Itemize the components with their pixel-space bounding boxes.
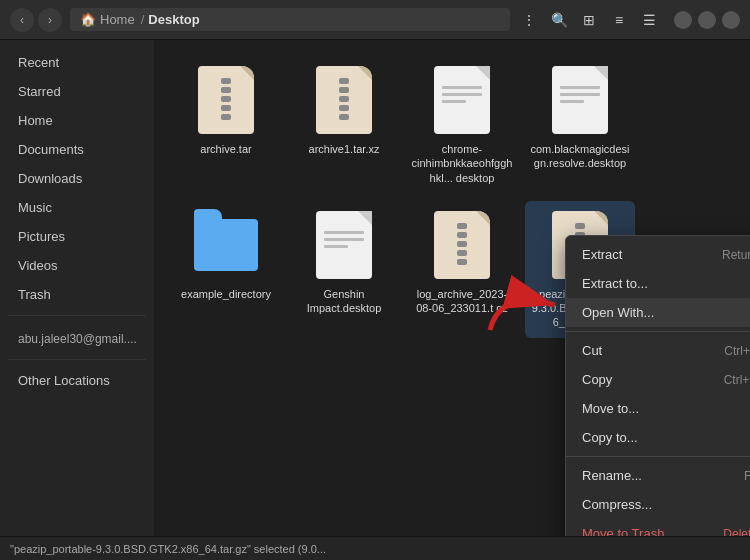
file-icon-archive1 bbox=[312, 64, 376, 136]
forward-button[interactable]: › bbox=[38, 8, 62, 32]
file-label: Genshin Impact.desktop bbox=[293, 287, 395, 316]
sort-icon[interactable]: ≡ bbox=[608, 9, 630, 31]
titlebar-actions: ⋮ 🔍 ⊞ ≡ ☰ bbox=[518, 9, 660, 31]
titlebar: ‹ › 🏠 Home / Desktop ⋮ 🔍 ⊞ ≡ ☰ – □ × bbox=[0, 0, 750, 40]
sidebar-item-trash[interactable]: Trash bbox=[4, 281, 150, 308]
ctx-label: Move to... bbox=[582, 401, 639, 416]
ctx-label: Copy bbox=[582, 372, 612, 387]
context-arrow bbox=[480, 270, 570, 340]
breadcrumb-separator: / bbox=[141, 12, 145, 27]
file-item-archive-tar[interactable]: archive.tar bbox=[171, 56, 281, 193]
statusbar-text: "peazip_portable-9.3.0.BSD.GTK2.x86_64.t… bbox=[10, 543, 326, 555]
ctx-shortcut: Return bbox=[722, 248, 750, 262]
context-menu: Extract Return Extract to... Open With..… bbox=[565, 235, 750, 536]
main-layout: Recent Starred Home Documents Downloads … bbox=[0, 40, 750, 536]
file-label: archive1.tar.xz bbox=[309, 142, 380, 156]
ctx-label: Cut bbox=[582, 343, 602, 358]
maximize-button[interactable]: □ bbox=[698, 11, 716, 29]
statusbar: "peazip_portable-9.3.0.BSD.GTK2.x86_64.t… bbox=[0, 536, 750, 560]
file-item-archive1-tar-xz[interactable]: archive1.tar.xz bbox=[289, 56, 399, 193]
menu-icon[interactable]: ☰ bbox=[638, 9, 660, 31]
file-item-blackmagic[interactable]: com.blackmagicdesign.resolve.desktop bbox=[525, 56, 635, 193]
ctx-shortcut: Delete bbox=[723, 527, 750, 537]
sidebar-item-pictures[interactable]: Pictures bbox=[4, 223, 150, 250]
ctx-copy[interactable]: Copy Ctrl+C bbox=[566, 365, 750, 394]
nav-buttons: ‹ › bbox=[10, 8, 62, 32]
file-label: com.blackmagicdesign.resolve.desktop bbox=[529, 142, 631, 171]
minimize-button[interactable]: – bbox=[674, 11, 692, 29]
ctx-label: Extract to... bbox=[582, 276, 648, 291]
ctx-shortcut: Ctrl+C bbox=[724, 373, 750, 387]
ctx-label: Move to Trash bbox=[582, 526, 664, 536]
ctx-label: Rename... bbox=[582, 468, 642, 483]
window-controls: – □ × bbox=[674, 11, 740, 29]
search-icon[interactable]: 🔍 bbox=[548, 9, 570, 31]
ctx-cut[interactable]: Cut Ctrl+X bbox=[566, 336, 750, 365]
sidebar-item-home[interactable]: Home bbox=[4, 107, 150, 134]
sidebar-item-videos[interactable]: Videos bbox=[4, 252, 150, 279]
ctx-move-to[interactable]: Move to... bbox=[566, 394, 750, 423]
ctx-extract[interactable]: Extract Return bbox=[566, 240, 750, 269]
ctx-label: Open With... bbox=[582, 305, 654, 320]
sidebar-divider-2 bbox=[8, 359, 146, 360]
sidebar-item-recent[interactable]: Recent bbox=[4, 49, 150, 76]
file-item-example-dir[interactable]: example_directory bbox=[171, 201, 281, 338]
ctx-label: Extract bbox=[582, 247, 622, 262]
ctx-divider-2 bbox=[566, 456, 750, 457]
file-label: example_directory bbox=[181, 287, 271, 301]
overflow-menu-icon[interactable]: ⋮ bbox=[518, 9, 540, 31]
ctx-open-with[interactable]: Open With... bbox=[566, 298, 750, 327]
sidebar-item-documents[interactable]: Documents bbox=[4, 136, 150, 163]
file-item-genshin[interactable]: Genshin Impact.desktop bbox=[289, 201, 399, 338]
sidebar: Recent Starred Home Documents Downloads … bbox=[0, 40, 155, 536]
ctx-extract-to[interactable]: Extract to... bbox=[566, 269, 750, 298]
file-label: chrome-cinhimbnkkaeohfgghhkl... desktop bbox=[411, 142, 513, 185]
ctx-shortcut: Ctrl+X bbox=[724, 344, 750, 358]
sidebar-item-starred[interactable]: Starred bbox=[4, 78, 150, 105]
back-button[interactable]: ‹ bbox=[10, 8, 34, 32]
sidebar-divider bbox=[8, 315, 146, 316]
sidebar-item-account[interactable]: abu.jaleel30@gmail.... bbox=[4, 326, 150, 352]
file-label: archive.tar bbox=[200, 142, 251, 156]
view-toggle-icon[interactable]: ⊞ bbox=[578, 9, 600, 31]
ctx-rename[interactable]: Rename... F2 bbox=[566, 461, 750, 490]
file-icon-folder bbox=[194, 209, 258, 281]
breadcrumb: 🏠 Home / Desktop bbox=[70, 8, 510, 31]
ctx-move-to-trash[interactable]: Move to Trash Delete bbox=[566, 519, 750, 536]
ctx-compress[interactable]: Compress... bbox=[566, 490, 750, 519]
ctx-label: Copy to... bbox=[582, 430, 638, 445]
sidebar-item-downloads[interactable]: Downloads bbox=[4, 165, 150, 192]
breadcrumb-current-page: Desktop bbox=[148, 12, 199, 27]
file-icon-chrome bbox=[430, 64, 494, 136]
breadcrumb-home: Home bbox=[100, 12, 135, 27]
file-content: archive.tar archive1.tar.xz bbox=[155, 40, 750, 536]
ctx-label: Compress... bbox=[582, 497, 652, 512]
ctx-copy-to[interactable]: Copy to... bbox=[566, 423, 750, 452]
file-icon-blackmagic bbox=[548, 64, 612, 136]
file-icon-genshin bbox=[312, 209, 376, 281]
ctx-divider-1 bbox=[566, 331, 750, 332]
ctx-shortcut: F2 bbox=[744, 469, 750, 483]
file-icon-archive-tar bbox=[194, 64, 258, 136]
close-button[interactable]: × bbox=[722, 11, 740, 29]
file-item-chrome-desktop[interactable]: chrome-cinhimbnkkaeohfgghhkl... desktop bbox=[407, 56, 517, 193]
sidebar-item-other-locations[interactable]: Other Locations bbox=[4, 367, 150, 394]
sidebar-item-music[interactable]: Music bbox=[4, 194, 150, 221]
home-icon: 🏠 bbox=[80, 12, 96, 27]
